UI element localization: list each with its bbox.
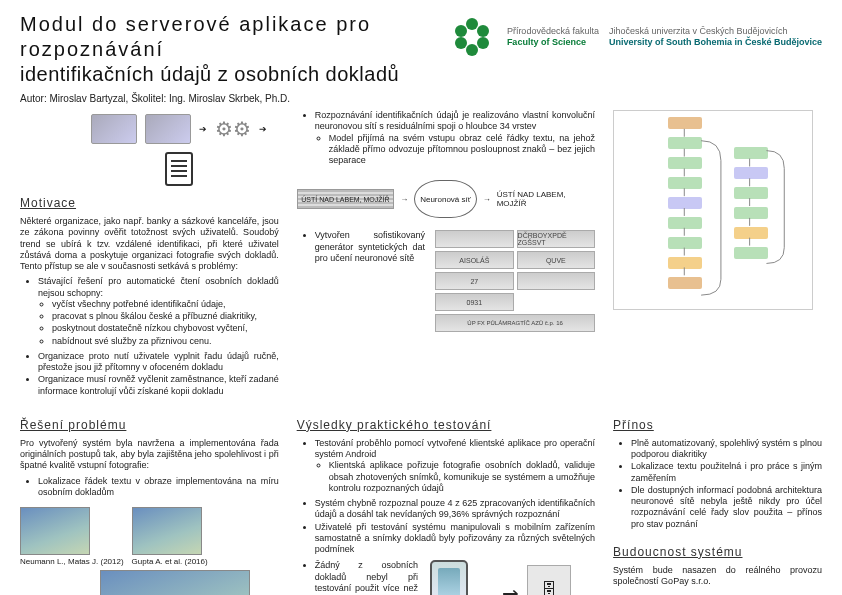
col-motivace: ➔ ⚙⚙ ➔ Motivace Některé organizace, jako… (20, 110, 279, 402)
caption-gupta: Gupta A. et al. (2016) (132, 557, 208, 566)
col-diagram (613, 110, 822, 402)
vysledky-b4: Žádný z osobních dokladů nebyl při testo… (315, 560, 418, 595)
logo-block: Přírodovědecká fakulta Faculty of Scienc… (447, 12, 822, 62)
motivace-thumbs: ➔ ⚙⚙ ➔ (80, 114, 279, 186)
univ-cz: Jihočeská univerzita v Českých Budějovic… (609, 26, 822, 37)
nn-cloud: Neuronová síť (414, 180, 476, 218)
syn-sample: 27 (435, 272, 514, 290)
syn-sample: AISOLÁŠ (435, 251, 514, 269)
motivace-title: Motivace (20, 196, 279, 210)
arrow-right-icon: → (400, 195, 408, 204)
vysledky-b3: Uživatelé při testování systému manipulo… (315, 522, 595, 556)
fig-gupta: Gupta A. et al. (2016) (132, 507, 208, 566)
university-text: Jihočeská univerzita v Českých Budějovic… (609, 26, 822, 49)
budoucnost-p1: Systém bude nasazen do reálného provozu … (613, 565, 822, 588)
bottom-row: Řešení problému Pro vytvořený systém byl… (0, 412, 842, 595)
poster-title-line1: Modul do serverové aplikace pro rozpozná… (20, 12, 427, 62)
motivace-s3: poskytnout dostatečně nízkou chybovost v… (52, 323, 279, 334)
motivace-b1: Stávající řešení pro automatické čtení o… (38, 276, 279, 347)
univ-en: University of South Bohemia in České Bud… (609, 37, 822, 48)
reseni-b1: Lokalizace řádek textu v obraze implemen… (38, 476, 279, 499)
author-line: Autor: Miroslav Bartyzal, Školitel: Ing.… (20, 93, 427, 104)
faculty-logo-icon (447, 12, 497, 62)
svg-point-2 (477, 25, 489, 37)
nn-pipeline: ÚSTÍ NAD LABEM, MOJŽÍŘ → Neuronová síť →… (297, 180, 595, 218)
motivace-b2: Organizace proto nutí uživatele vyplnit … (38, 351, 279, 374)
arrow-right-icon: ➔ (199, 124, 207, 134)
nn-output-text: ÚSTÍ NAD LABEM, MOJŽÍŘ (497, 190, 595, 208)
svg-point-0 (466, 18, 478, 30)
svg-point-1 (455, 25, 467, 37)
fig-vlastni: Vlastní řešení (100, 570, 279, 595)
nn-architecture-diagram (613, 110, 813, 310)
syn-sample (517, 272, 596, 290)
poster-title-line2: identifikačních údajů z osobních dokladů (20, 62, 427, 87)
svg-point-3 (455, 37, 467, 49)
faculty-text: Přírodovědecká fakulta Faculty of Scienc… (507, 26, 599, 49)
fig-neumann: Neumann L., Matas J. (2012) (20, 507, 124, 566)
arrow-right-icon: ➔ (259, 124, 267, 134)
motivace-p1: Některé organizace, jako např. banky a s… (20, 216, 279, 272)
syn-sample: 0931 (435, 293, 514, 311)
motivace-b3: Organizace musí rovněž vyčlenit zaměstna… (38, 374, 279, 397)
title-block: Modul do serverové aplikace pro rozpozná… (20, 12, 427, 104)
syn-sample (435, 230, 514, 248)
col-prinos: Přínos Plně automatizovaný, spolehlivý s… (613, 412, 822, 595)
document-icon (165, 152, 193, 186)
motivace-s1: vyčíst všechny potřebné identifikační úd… (52, 299, 279, 310)
phone-icon (430, 560, 468, 595)
syn-sample: ÚP FX PŮLÁMRAGTÍČ AZŮ č.p. 16 (435, 314, 595, 332)
prinos-b2: Lokalizace textu použitelná i pro práce … (631, 461, 822, 484)
id-card-thumb (145, 114, 191, 144)
motivace-s2: pracovat s plnou škálou české a příbuzné… (52, 311, 279, 322)
server-app-figure: 🗄 Serverová aplikace (527, 565, 595, 595)
syn-sample: QUVE (517, 251, 596, 269)
id-card-thumb (91, 114, 137, 144)
motivace-s4: nabídnout své služby za přiznivou cenu. (52, 336, 279, 347)
col-reseni: Řešení problému Pro vytvořený systém byl… (20, 412, 279, 595)
prinos-b1: Plně automatizovaný, spolehlivý systém s… (631, 438, 822, 461)
col-vysledky: Výsledky praktického testování Testování… (297, 412, 595, 595)
prinos-b3: Dle dostupných informací podobná archite… (631, 485, 822, 530)
prinos-title: Přínos (613, 418, 822, 432)
reseni-title: Řešení problému (20, 418, 279, 432)
nn-input-strip: ÚSTÍ NAD LABEM, MOJŽÍŘ (297, 189, 395, 209)
client-app-figure: Klientská aplikace (430, 560, 494, 595)
arrow-right-icon: → (483, 195, 491, 204)
reseni-p1: Pro vytvořený systém byla navržena a imp… (20, 438, 279, 472)
server-icon: 🗄 (527, 565, 571, 595)
svg-point-5 (466, 44, 478, 56)
col-topmid: Rozpoznávání identifikačních údajů je re… (297, 110, 595, 402)
synthetic-samples-grid: DČRBOYXPDĚ ZGŠSVT AISOLÁŠ QUVE 27 0931 Ú… (435, 230, 595, 332)
vysledky-b1: Testování proběhlo pomocí vytvořené klie… (315, 438, 595, 494)
vysledky-title: Výsledky praktického testování (297, 418, 595, 432)
top-row: ➔ ⚙⚙ ➔ Motivace Některé organizace, jako… (0, 110, 842, 412)
faculty-cz: Přírodovědecká fakulta (507, 26, 599, 37)
svg-point-4 (477, 37, 489, 49)
bidirectional-arrow-icon: ⇄ (502, 584, 519, 595)
topmid-b1: Rozpoznávání identifikačních údajů je re… (315, 110, 595, 166)
budoucnost-title: Budoucnost systému (613, 545, 822, 559)
vysledky-s1: Klientská aplikace pořizuje fotografie o… (329, 460, 595, 494)
gears-icon: ⚙⚙ (215, 117, 251, 141)
faculty-en: Faculty of Science (507, 37, 599, 48)
vysledky-b2: Systém chybně rozpoznal pouze 4 z 625 zp… (315, 498, 595, 521)
topmid-b2: Vytvořen sofistikovaný generátor synteti… (315, 230, 425, 264)
syn-sample: DČRBOYXPDĚ ZGŠSVT (517, 230, 596, 248)
topmid-s1: Model přijímá na svém vstupu obraz celé … (329, 133, 595, 167)
header: Modul do serverové aplikace pro rozpozná… (0, 0, 842, 110)
caption-neumann: Neumann L., Matas J. (2012) (20, 557, 124, 566)
